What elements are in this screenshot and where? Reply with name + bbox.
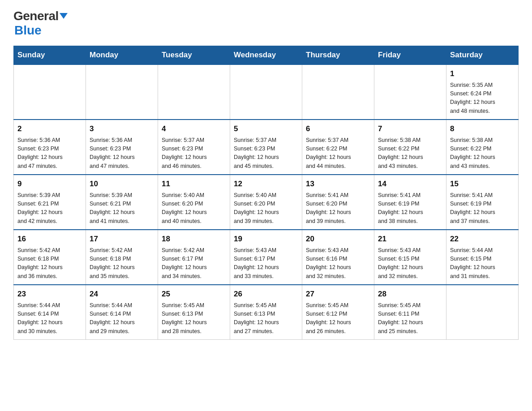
day-number: 11 <box>162 178 226 190</box>
calendar-cell: 7Sunrise: 5:38 AM Sunset: 6:22 PM Daylig… <box>374 120 446 175</box>
day-number: 14 <box>378 178 442 190</box>
day-info: Sunrise: 5:45 AM Sunset: 6:11 PM Dayligh… <box>378 301 442 336</box>
day-number: 10 <box>90 178 154 190</box>
day-info: Sunrise: 5:36 AM Sunset: 6:23 PM Dayligh… <box>17 136 82 171</box>
day-number: 5 <box>234 123 298 135</box>
calendar-cell: 12Sunrise: 5:40 AM Sunset: 6:20 PM Dayli… <box>230 175 302 230</box>
weekday-header-monday: Monday <box>86 46 158 65</box>
calendar-cell: 20Sunrise: 5:43 AM Sunset: 6:16 PM Dayli… <box>302 230 374 285</box>
calendar-week-row: 23Sunrise: 5:44 AM Sunset: 6:14 PM Dayli… <box>14 285 519 340</box>
calendar-cell: 21Sunrise: 5:43 AM Sunset: 6:15 PM Dayli… <box>374 230 446 285</box>
weekday-header-thursday: Thursday <box>302 46 374 65</box>
day-number: 22 <box>450 233 515 245</box>
day-number: 4 <box>162 123 226 135</box>
logo: General Blue <box>13 9 68 38</box>
calendar-cell: 11Sunrise: 5:40 AM Sunset: 6:20 PM Dayli… <box>158 175 230 230</box>
calendar-cell <box>302 64 374 120</box>
day-info: Sunrise: 5:41 AM Sunset: 6:19 PM Dayligh… <box>450 191 515 226</box>
day-info: Sunrise: 5:44 AM Sunset: 6:14 PM Dayligh… <box>90 301 154 336</box>
day-number: 19 <box>234 233 298 245</box>
logo-top: General <box>13 9 68 23</box>
day-info: Sunrise: 5:41 AM Sunset: 6:20 PM Dayligh… <box>306 191 370 226</box>
calendar-week-row: 9Sunrise: 5:39 AM Sunset: 6:21 PM Daylig… <box>14 175 519 230</box>
day-info: Sunrise: 5:39 AM Sunset: 6:21 PM Dayligh… <box>17 191 82 226</box>
weekday-header-friday: Friday <box>374 46 446 65</box>
calendar-cell: 26Sunrise: 5:45 AM Sunset: 6:13 PM Dayli… <box>230 285 302 340</box>
day-info: Sunrise: 5:43 AM Sunset: 6:16 PM Dayligh… <box>306 246 370 281</box>
day-info: Sunrise: 5:38 AM Sunset: 6:22 PM Dayligh… <box>378 136 442 171</box>
day-info: Sunrise: 5:42 AM Sunset: 6:18 PM Dayligh… <box>90 246 154 281</box>
logo-bottom: Blue <box>14 23 42 38</box>
day-info: Sunrise: 5:40 AM Sunset: 6:20 PM Dayligh… <box>162 191 226 226</box>
calendar-cell: 15Sunrise: 5:41 AM Sunset: 6:19 PM Dayli… <box>446 175 519 230</box>
calendar-week-row: 16Sunrise: 5:42 AM Sunset: 6:18 PM Dayli… <box>14 230 519 285</box>
day-number: 9 <box>17 178 82 190</box>
day-info: Sunrise: 5:38 AM Sunset: 6:22 PM Dayligh… <box>450 136 515 171</box>
day-info: Sunrise: 5:37 AM Sunset: 6:23 PM Dayligh… <box>234 136 298 171</box>
calendar-week-row: 1Sunrise: 5:35 AM Sunset: 6:24 PM Daylig… <box>14 64 519 120</box>
calendar-cell: 14Sunrise: 5:41 AM Sunset: 6:19 PM Dayli… <box>374 175 446 230</box>
day-info: Sunrise: 5:45 AM Sunset: 6:13 PM Dayligh… <box>234 301 298 336</box>
calendar-table: SundayMondayTuesdayWednesdayThursdayFrid… <box>13 46 519 340</box>
day-number: 25 <box>162 288 226 300</box>
day-number: 26 <box>234 288 298 300</box>
day-number: 23 <box>17 288 82 300</box>
calendar-cell: 2Sunrise: 5:36 AM Sunset: 6:23 PM Daylig… <box>14 120 86 175</box>
calendar-cell: 28Sunrise: 5:45 AM Sunset: 6:11 PM Dayli… <box>374 285 446 340</box>
calendar-cell: 24Sunrise: 5:44 AM Sunset: 6:14 PM Dayli… <box>86 285 158 340</box>
calendar-cell: 27Sunrise: 5:45 AM Sunset: 6:12 PM Dayli… <box>302 285 374 340</box>
day-number: 24 <box>90 288 154 300</box>
day-number: 8 <box>450 123 515 135</box>
day-info: Sunrise: 5:36 AM Sunset: 6:23 PM Dayligh… <box>90 136 154 171</box>
day-number: 18 <box>162 233 226 245</box>
calendar-cell: 19Sunrise: 5:43 AM Sunset: 6:17 PM Dayli… <box>230 230 302 285</box>
calendar-cell: 3Sunrise: 5:36 AM Sunset: 6:23 PM Daylig… <box>86 120 158 175</box>
day-number: 27 <box>306 288 370 300</box>
day-number: 15 <box>450 178 515 190</box>
day-info: Sunrise: 5:35 AM Sunset: 6:24 PM Dayligh… <box>450 81 515 116</box>
calendar-header: SundayMondayTuesdayWednesdayThursdayFrid… <box>14 46 519 65</box>
day-info: Sunrise: 5:45 AM Sunset: 6:12 PM Dayligh… <box>306 301 370 336</box>
calendar-cell: 8Sunrise: 5:38 AM Sunset: 6:22 PM Daylig… <box>446 120 519 175</box>
calendar-body: 1Sunrise: 5:35 AM Sunset: 6:24 PM Daylig… <box>14 64 519 340</box>
day-info: Sunrise: 5:44 AM Sunset: 6:14 PM Dayligh… <box>17 301 82 336</box>
logo-triangle-icon <box>60 13 68 19</box>
weekday-header-tuesday: Tuesday <box>158 46 230 65</box>
calendar-cell <box>374 64 446 120</box>
calendar-cell <box>14 64 86 120</box>
weekday-header-row: SundayMondayTuesdayWednesdayThursdayFrid… <box>14 46 519 65</box>
day-info: Sunrise: 5:39 AM Sunset: 6:21 PM Dayligh… <box>90 191 154 226</box>
day-number: 3 <box>90 123 154 135</box>
day-number: 28 <box>378 288 442 300</box>
day-number: 7 <box>378 123 442 135</box>
calendar-week-row: 2Sunrise: 5:36 AM Sunset: 6:23 PM Daylig… <box>14 120 519 175</box>
calendar-cell: 25Sunrise: 5:45 AM Sunset: 6:13 PM Dayli… <box>158 285 230 340</box>
day-number: 6 <box>306 123 370 135</box>
day-info: Sunrise: 5:42 AM Sunset: 6:18 PM Dayligh… <box>17 246 82 281</box>
weekday-header-sunday: Sunday <box>14 46 86 65</box>
day-number: 1 <box>450 68 515 80</box>
day-info: Sunrise: 5:42 AM Sunset: 6:17 PM Dayligh… <box>162 246 226 281</box>
calendar-cell: 1Sunrise: 5:35 AM Sunset: 6:24 PM Daylig… <box>446 64 519 120</box>
calendar-cell: 18Sunrise: 5:42 AM Sunset: 6:17 PM Dayli… <box>158 230 230 285</box>
calendar-cell: 13Sunrise: 5:41 AM Sunset: 6:20 PM Dayli… <box>302 175 374 230</box>
day-number: 17 <box>90 233 154 245</box>
calendar-cell: 6Sunrise: 5:37 AM Sunset: 6:22 PM Daylig… <box>302 120 374 175</box>
calendar-cell: 17Sunrise: 5:42 AM Sunset: 6:18 PM Dayli… <box>86 230 158 285</box>
calendar-cell: 22Sunrise: 5:44 AM Sunset: 6:15 PM Dayli… <box>446 230 519 285</box>
calendar-cell <box>230 64 302 120</box>
day-info: Sunrise: 5:40 AM Sunset: 6:20 PM Dayligh… <box>234 191 298 226</box>
weekday-header-wednesday: Wednesday <box>230 46 302 65</box>
calendar-cell <box>86 64 158 120</box>
day-number: 12 <box>234 178 298 190</box>
calendar-cell: 10Sunrise: 5:39 AM Sunset: 6:21 PM Dayli… <box>86 175 158 230</box>
day-number: 20 <box>306 233 370 245</box>
page-header: General Blue <box>13 9 519 38</box>
day-info: Sunrise: 5:45 AM Sunset: 6:13 PM Dayligh… <box>162 301 226 336</box>
day-info: Sunrise: 5:41 AM Sunset: 6:19 PM Dayligh… <box>378 191 442 226</box>
calendar-cell: 9Sunrise: 5:39 AM Sunset: 6:21 PM Daylig… <box>14 175 86 230</box>
day-info: Sunrise: 5:37 AM Sunset: 6:23 PM Dayligh… <box>162 136 226 171</box>
weekday-header-saturday: Saturday <box>446 46 519 65</box>
day-info: Sunrise: 5:43 AM Sunset: 6:15 PM Dayligh… <box>378 246 442 281</box>
day-number: 2 <box>17 123 82 135</box>
